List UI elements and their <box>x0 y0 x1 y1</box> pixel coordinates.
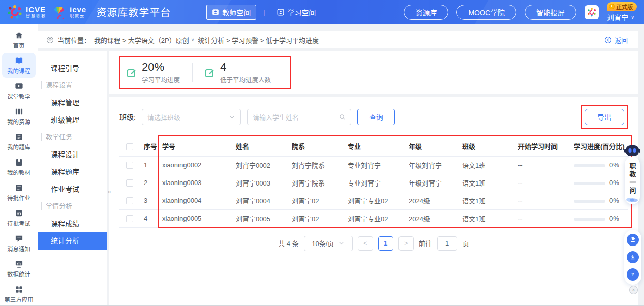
student-name-input[interactable]: 请输入学生姓名 <box>247 109 351 125</box>
students-table: 序号 学号 姓名 院系 专业 年级 班级 开始学习时间 学习进度(百分比) <box>119 137 628 228</box>
homework-list-icon <box>15 183 23 192</box>
total-count: 共 4 条 <box>278 238 298 248</box>
sidebar-item-my-question-bank[interactable]: 我的题库 <box>2 129 36 154</box>
header-right: 资源库 MOOC学院 智能投屏 正式版 刘宵宁 ∨ <box>404 2 637 22</box>
menu-item-course-management[interactable]: 课程管理 <box>38 94 107 111</box>
svg-text:?: ? <box>631 272 634 277</box>
sidebar-item-third-party-apps[interactable]: 第三方应用 <box>2 282 36 306</box>
smart-cast-button[interactable]: 智能投屏 <box>525 5 576 20</box>
average-progress-stat: 20% 学习平均进度 <box>127 61 180 84</box>
query-button[interactable]: 查询 <box>357 109 395 125</box>
below-average-count-value: 4 <box>220 61 271 73</box>
table-header-row: 序号 学号 姓名 院系 专业 年级 班级 开始学习时间 学习进度(百分比) <box>119 137 628 156</box>
space-nav: 教师空间 | 学习空间 <box>206 5 321 20</box>
row-checkbox[interactable] <box>126 197 133 204</box>
stats-card: 20% 学习平均进度 4 <box>109 51 638 94</box>
select-all-checkbox[interactable] <box>126 143 133 150</box>
version-badge: 正式版 <box>607 2 637 11</box>
goto-page-input[interactable] <box>437 236 457 251</box>
menu-item-statistical-analysis[interactable]: 统计分析 <box>38 232 107 250</box>
table-row: 2 xiaoning0003 刘宵宁0003 刘宵宁院系 专业刘宵宁 年级刘宵宁… <box>119 174 628 192</box>
sidebar-item-notifications[interactable]: 消息通知 <box>2 231 36 256</box>
menu-section-learning-analysis: 学情分析 <box>38 198 107 215</box>
chevron-down-icon: ∨ <box>631 14 634 20</box>
search-icon <box>339 114 346 120</box>
annotation-box-export: 导出 <box>581 105 628 129</box>
row-checkbox[interactable] <box>126 215 133 222</box>
sidebar-item-my-resources[interactable]: 我的资源 <box>2 104 36 129</box>
help-icon[interactable]: ? <box>627 268 639 281</box>
resource-library-button[interactable]: 资源库 <box>404 5 448 20</box>
export-button[interactable]: 导出 <box>585 109 624 125</box>
assistant-label-pill: 职教一问 <box>625 157 640 204</box>
row-checkbox[interactable] <box>126 162 133 169</box>
class-filter-label: 班级: <box>119 112 136 122</box>
icve-flower-logo-icon <box>7 5 22 20</box>
sidebar-item-data-statistics[interactable]: 数据统计 <box>2 256 36 281</box>
download-icon[interactable] <box>627 251 639 263</box>
prev-page-button[interactable]: < <box>358 236 373 251</box>
chevron-down-icon <box>229 114 235 120</box>
col-department: 院系 <box>288 137 344 156</box>
back-button[interactable]: 返回 <box>604 35 628 45</box>
user-menu[interactable]: 刘宵宁 ∨ <box>607 12 634 22</box>
class-select[interactable]: 请选择班级 <box>142 109 241 125</box>
col-name: 姓名 <box>232 137 288 156</box>
menu-item-course-grades[interactable]: 课程成绩 <box>38 215 107 232</box>
col-progress: 学习进度(百分比) <box>570 137 628 156</box>
avatar[interactable] <box>585 5 599 19</box>
course-selector[interactable]: 我的课程 > 大学语文（2P）原创 ∨ <box>94 35 194 45</box>
sidebar-item-my-courses[interactable]: 我的课程 <box>2 53 36 78</box>
sidebar-item-home[interactable]: 首页 <box>2 27 36 52</box>
medal-icon <box>609 4 615 9</box>
menu-item-course-guide[interactable]: 课程引导 <box>38 59 107 77</box>
breadcrumb: 当前位置： 我的课程 > 大学语文（2P）原创 ∨ 统计分析 > 学习预警 > … <box>38 31 638 48</box>
quick-actions-panel: ? <box>624 230 641 285</box>
row-checkbox[interactable] <box>126 179 133 187</box>
exam-clipboard-icon <box>15 209 23 218</box>
platform-title: 资源库教学平台 <box>96 5 171 19</box>
menu-item-homework-exam[interactable]: 作业考试 <box>38 180 107 198</box>
progress-value: 0% <box>609 179 619 187</box>
menu-item-class-management[interactable]: 班级管理 <box>38 111 107 129</box>
mooc-college-button[interactable]: MOOC学院 <box>456 5 516 20</box>
stat-divider <box>192 63 193 82</box>
next-page-button[interactable]: > <box>398 236 414 251</box>
menu-item-course-design[interactable]: 课程设计 <box>38 146 107 163</box>
close-widget-icon[interactable]: × <box>629 286 638 294</box>
chevron-down-icon <box>338 240 345 247</box>
progress-bar <box>574 164 605 167</box>
nav-learning-space[interactable]: 学习空间 <box>272 5 321 19</box>
progress-bar <box>574 200 605 203</box>
col-index: 序号 <box>140 137 158 156</box>
breadcrumb-prefix: 当前位置： <box>57 35 90 45</box>
sidebar-item-classroom-teaching[interactable]: 课堂教学 <box>2 78 36 103</box>
collapse-menu-icon[interactable]: « <box>108 188 111 195</box>
sidebar-item-my-textbooks[interactable]: 我的教材 <box>2 155 36 179</box>
progress-value: 0% <box>609 161 619 169</box>
average-progress-value: 20% <box>142 61 180 73</box>
customer-service-icon[interactable] <box>627 234 639 246</box>
progress-bar <box>574 218 605 221</box>
ai-assistant-widget[interactable]: 职教一问 <box>622 144 642 204</box>
edit-progress-icon <box>127 68 137 78</box>
table-row: 1 xiaoning0002 刘宵宁0002 刘宵宁院系 专业刘宵宁 年级刘宵宁… <box>119 156 628 174</box>
pagination: 共 4 条 10条/页 < 1 > 前往 页 <box>119 236 628 251</box>
page-number-1[interactable]: 1 <box>378 236 393 251</box>
col-student-id: 学号 <box>158 137 232 156</box>
page-size-select[interactable]: 10条/页 <box>304 236 353 251</box>
sidebar-item-pending-homework[interactable]: 待批作业 <box>2 180 36 205</box>
avatar-logo-icon <box>587 7 597 17</box>
progress-bar <box>574 182 605 185</box>
col-start-time: 开始学习时间 <box>514 137 570 156</box>
back-arrow-icon <box>604 36 612 44</box>
menu-item-course-question-bank[interactable]: 课程题库 <box>38 163 107 180</box>
sidebar-item-pending-exams[interactable]: 待批考试 <box>2 205 36 230</box>
table-row: 4 xiaoning0005 刘宵宁0005 刘宵宁02 刘宵宁专业02 202… <box>119 209 628 227</box>
chevron-down-icon: ∨ <box>191 37 195 42</box>
primary-sidebar: 首页 我的课程 课堂教学 我的资源 我的题库 我的教材 <box>0 24 38 306</box>
nav-teacher-space[interactable]: 教师空间 <box>206 5 256 20</box>
home-icon <box>15 31 23 40</box>
message-bubble-icon <box>15 234 23 243</box>
col-class: 班级 <box>458 137 514 156</box>
